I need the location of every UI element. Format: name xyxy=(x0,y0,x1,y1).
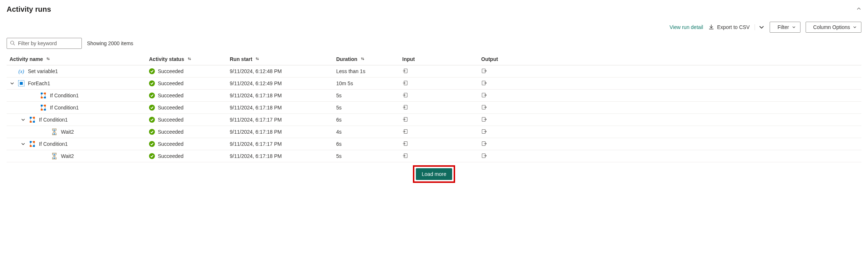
view-run-detail-link[interactable]: View run detail xyxy=(669,24,703,30)
activity-name-text: Set variable1 xyxy=(28,68,58,74)
input-link[interactable] xyxy=(402,153,481,160)
row-expander[interactable] xyxy=(21,118,26,122)
table-row[interactable]: Wait2Succeeded9/11/2024, 6:17:18 PM5s xyxy=(7,150,861,162)
ifcond-icon xyxy=(40,104,47,111)
status-text: Succeeded xyxy=(158,68,184,74)
activity-name-text: If Condition1 xyxy=(50,105,79,111)
col-label: Input xyxy=(402,56,415,62)
svg-point-0 xyxy=(11,41,14,44)
success-icon xyxy=(149,117,155,123)
activity-name-text: If Condition1 xyxy=(39,117,68,123)
output-link[interactable] xyxy=(481,92,560,99)
wait-icon xyxy=(51,152,58,160)
input-link[interactable] xyxy=(402,141,481,148)
run-start-text: 9/11/2024, 6:17:18 PM xyxy=(230,105,336,111)
success-icon xyxy=(149,93,155,98)
collapse-panel-button[interactable] xyxy=(856,6,861,12)
foreach-icon xyxy=(18,80,25,87)
output-link[interactable] xyxy=(481,141,560,148)
run-start-text: 9/11/2024, 6:12:48 PM xyxy=(230,68,336,74)
sort-icon xyxy=(46,56,50,62)
item-count-label: Showing 2000 items xyxy=(87,40,133,46)
col-label: Activity status xyxy=(149,56,184,62)
activity-name-text: ForEach1 xyxy=(28,80,50,86)
duration-text: 6s xyxy=(336,141,402,147)
input-link[interactable] xyxy=(402,92,481,99)
success-icon xyxy=(149,153,155,159)
col-label: Duration xyxy=(336,56,357,62)
run-start-text: 9/11/2024, 6:17:18 PM xyxy=(230,93,336,98)
col-activity-status[interactable]: Activity status xyxy=(149,56,230,62)
ifcond-icon xyxy=(29,116,36,123)
output-link[interactable] xyxy=(481,129,560,136)
run-start-text: 9/11/2024, 6:12:49 PM xyxy=(230,80,336,86)
col-label: Run start xyxy=(230,56,252,62)
duration-text: 5s xyxy=(336,153,402,159)
output-link[interactable] xyxy=(481,116,560,123)
run-start-text: 9/11/2024, 6:17:17 PM xyxy=(230,141,336,147)
ifcond-icon xyxy=(40,92,47,99)
output-link[interactable] xyxy=(481,153,560,160)
output-link[interactable] xyxy=(481,104,560,111)
input-link[interactable] xyxy=(402,68,481,75)
table-row[interactable]: If Condition1Succeeded9/11/2024, 6:17:18… xyxy=(7,102,861,114)
column-options-button[interactable]: Column Options xyxy=(806,22,861,33)
filter-button[interactable]: Filter xyxy=(770,22,800,33)
table-row[interactable]: Set variable1Succeeded9/11/2024, 6:12:48… xyxy=(7,65,861,77)
column-options-label: Column Options xyxy=(813,24,850,30)
output-link[interactable] xyxy=(481,68,560,75)
search-box[interactable] xyxy=(7,38,82,49)
row-expander[interactable] xyxy=(21,142,26,146)
chevron-down-icon xyxy=(792,25,796,29)
table-row[interactable]: If Condition1Succeeded9/11/2024, 6:17:17… xyxy=(7,114,861,126)
search-icon xyxy=(10,40,15,47)
table-row[interactable]: If Condition1Succeeded9/11/2024, 6:17:18… xyxy=(7,90,861,102)
run-start-text: 9/11/2024, 6:17:18 PM xyxy=(230,129,336,135)
table-row[interactable]: If Condition1Succeeded9/11/2024, 6:17:17… xyxy=(7,138,861,150)
annotation-highlight: Load more xyxy=(413,165,455,183)
status-text: Succeeded xyxy=(158,80,184,86)
table-row[interactable]: ForEach1Succeeded9/11/2024, 6:12:49 PM10… xyxy=(7,77,861,90)
wait-icon xyxy=(51,128,58,136)
status-text: Succeeded xyxy=(158,129,184,135)
col-duration[interactable]: Duration xyxy=(336,56,402,62)
success-icon xyxy=(149,105,155,111)
activity-runs-table: Activity name Activity status Run start … xyxy=(7,53,861,162)
success-icon xyxy=(149,141,155,147)
chevron-down-icon xyxy=(853,25,857,29)
col-run-start[interactable]: Run start xyxy=(230,56,336,62)
search-input[interactable] xyxy=(17,40,79,47)
duration-text: 10m 5s xyxy=(336,80,402,86)
sort-icon xyxy=(360,56,365,62)
export-csv-button[interactable]: Export to CSV xyxy=(708,24,750,31)
filter-label: Filter xyxy=(777,24,789,30)
col-output[interactable]: Output xyxy=(481,56,560,62)
input-link[interactable] xyxy=(402,116,481,123)
ifcond-icon xyxy=(29,140,36,148)
download-icon xyxy=(708,24,714,31)
col-input[interactable]: Input xyxy=(402,56,481,62)
load-more-button[interactable]: Load more xyxy=(416,168,452,180)
input-link[interactable] xyxy=(402,129,481,136)
status-text: Succeeded xyxy=(158,153,184,159)
status-text: Succeeded xyxy=(158,141,184,147)
duration-text: 4s xyxy=(336,129,402,135)
row-expander[interactable] xyxy=(10,81,15,86)
status-text: Succeeded xyxy=(158,105,184,111)
sort-icon xyxy=(255,56,259,62)
export-csv-dropdown[interactable] xyxy=(755,24,765,30)
input-link[interactable] xyxy=(402,104,481,111)
duration-text: 5s xyxy=(336,105,402,111)
sort-icon xyxy=(187,56,192,62)
success-icon xyxy=(149,80,155,86)
input-link[interactable] xyxy=(402,80,481,87)
output-link[interactable] xyxy=(481,80,560,87)
activity-name-text: If Condition1 xyxy=(50,93,79,98)
table-header-row: Activity name Activity status Run start … xyxy=(7,53,861,65)
run-start-text: 9/11/2024, 6:17:18 PM xyxy=(230,153,336,159)
duration-text: 6s xyxy=(336,117,402,123)
run-start-text: 9/11/2024, 6:17:17 PM xyxy=(230,117,336,123)
col-activity-name[interactable]: Activity name xyxy=(10,56,149,62)
table-row[interactable]: Wait2Succeeded9/11/2024, 6:17:18 PM4s xyxy=(7,126,861,138)
success-icon xyxy=(149,129,155,135)
